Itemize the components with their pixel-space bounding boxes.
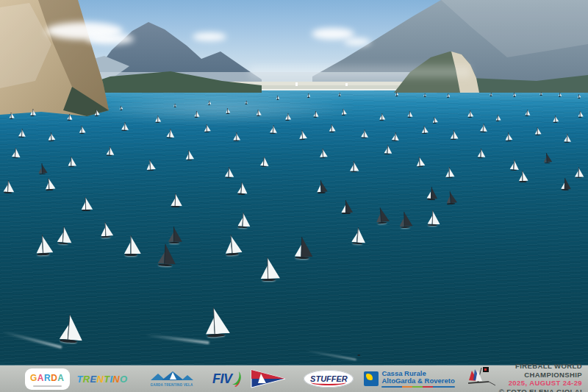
- sailboat: [236, 212, 251, 228]
- sailboat: [539, 92, 543, 96]
- sailboat: [105, 146, 115, 157]
- garda-trentino-logo: GARDA: [25, 368, 70, 390]
- sailboat: [232, 132, 240, 141]
- sailboat: [225, 108, 231, 115]
- sailboat: [509, 159, 520, 171]
- sailboat: [167, 227, 183, 243]
- sailboat: [337, 93, 341, 96]
- sailboat: [340, 200, 354, 214]
- sailboat: [383, 145, 392, 155]
- sailboat: [207, 101, 212, 105]
- sailboat: [329, 124, 337, 132]
- sailboat: [56, 226, 74, 245]
- garda-logo-tagline: [33, 385, 62, 387]
- sailboat: [269, 125, 278, 135]
- sailboat: [578, 111, 584, 118]
- sailboat: [2, 180, 15, 194]
- sailboat: [450, 130, 459, 140]
- sailboat: [577, 94, 581, 99]
- sailboat: [349, 161, 359, 172]
- sailboat: [67, 157, 76, 167]
- fiv-sail-swoosh-icon: [231, 371, 242, 387]
- sailboat: [236, 182, 248, 195]
- stuffer-logo: STUFFER: [304, 370, 354, 388]
- sailboat: [306, 93, 311, 98]
- sailboat: [524, 110, 531, 117]
- stuffer-logo-wordmark: STUFFER: [310, 374, 348, 383]
- sailboat: [391, 132, 400, 142]
- sailboat: [552, 115, 559, 123]
- sailboat: [34, 234, 54, 255]
- sailboat: [467, 110, 474, 118]
- sailboat: [193, 111, 200, 118]
- sailboat: [293, 237, 314, 260]
- sponsor-bar: GARDA TRENTINO GARDA TRENTINO VELA FIV: [0, 366, 588, 392]
- sailboat: [9, 113, 15, 119]
- sailboat: [258, 257, 281, 282]
- vela-logo-caption: GARDA TRENTINO VELA: [151, 383, 193, 387]
- sailboat: [423, 93, 427, 97]
- sailboat: [223, 234, 244, 256]
- sailboat: [47, 132, 56, 142]
- sailboat: [512, 93, 517, 97]
- burgee-pennant-icon: [251, 368, 286, 389]
- sailboat: [395, 92, 399, 96]
- sailboat: [406, 111, 413, 118]
- sailboat: [298, 130, 307, 140]
- aerial-lake-photo: GARDA TRENTINO GARDA TRENTINO VELA FIV: [0, 0, 588, 392]
- sailboat: [170, 193, 184, 207]
- championship-caption: FIREBALL WORLD CHAMPIONSHIP 2025, AUGUST…: [498, 362, 582, 392]
- sailboat: [477, 149, 487, 158]
- sailboat: [57, 314, 86, 344]
- sailboat: [360, 129, 369, 138]
- sailboat: [542, 153, 553, 164]
- fireball-class-logo: [467, 366, 498, 391]
- sailboat: [350, 227, 368, 245]
- sailboat: [312, 111, 319, 118]
- motorboat-wake: [355, 349, 362, 356]
- sailboat: [37, 163, 48, 175]
- cassa-rurale-line2: AltoGarda & Rovereto: [381, 377, 454, 385]
- cassa-rurale-tagline-strip: [381, 386, 454, 388]
- sailboat: [93, 110, 100, 116]
- sailboat: [374, 207, 391, 224]
- sailboat: [276, 96, 280, 100]
- cassa-rurale-logo: Cassa Rurale AltoGarda & Rovereto: [364, 370, 454, 388]
- sailboat: [415, 156, 426, 167]
- sailboat: [11, 147, 21, 158]
- sailboat: [426, 210, 441, 227]
- sailboat: [259, 156, 270, 167]
- championship-dates: 2025, AUGUST 24-29: [498, 379, 582, 388]
- club-burgee-flag: [251, 368, 286, 389]
- sailboat: [244, 101, 248, 104]
- sailboat: [224, 167, 235, 178]
- sailboat: [489, 93, 492, 96]
- sailboat: [154, 115, 162, 123]
- boats-layer: [0, 0, 588, 392]
- cassa-rurale-icon: [364, 371, 379, 386]
- sailboat: [18, 129, 26, 138]
- sailboat: [445, 167, 456, 178]
- sailboat: [379, 113, 386, 121]
- garda-logo-wordmark: GARDA: [30, 371, 65, 384]
- sailboat: [204, 124, 212, 133]
- sailboat: [479, 124, 488, 133]
- sailboat: [256, 110, 262, 116]
- sailboat: [558, 93, 562, 97]
- sailboat: [98, 221, 114, 238]
- sailboat: [534, 127, 542, 135]
- trentino-logo: TRENTINO: [77, 372, 128, 385]
- garda-trentino-vela-logo: GARDA TRENTINO VELA: [143, 370, 200, 388]
- sailboat: [574, 167, 584, 178]
- sailboat: [340, 109, 347, 115]
- sailboat: [318, 149, 328, 159]
- sailboat: [426, 187, 439, 201]
- sailboat: [202, 307, 232, 338]
- sailboat: [504, 132, 513, 142]
- sailboat: [80, 197, 94, 211]
- sailboat: [29, 109, 37, 116]
- sailboat: [284, 113, 292, 121]
- sailboat: [315, 180, 329, 194]
- sailboat: [495, 115, 502, 121]
- photo-credit: © FOTO ELENA GIOLAI: [498, 388, 582, 392]
